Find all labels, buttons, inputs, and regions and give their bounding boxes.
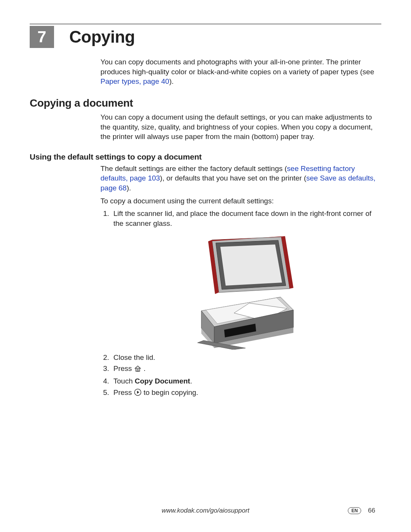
svg-marker-18 bbox=[137, 391, 139, 394]
step-1-text: Lift the scanner lid, and place the docu… bbox=[113, 209, 371, 227]
footer-right: EN 66 bbox=[348, 507, 375, 514]
heading-default-settings: Using the default settings to copy a doc… bbox=[30, 152, 381, 161]
svg-rect-15 bbox=[136, 368, 140, 371]
step-1: Lift the scanner lid, and place the docu… bbox=[111, 209, 378, 349]
step-4-bold: Copy Document bbox=[135, 377, 190, 385]
step-5-text-a: Press bbox=[113, 388, 134, 396]
step-3: Press . bbox=[111, 364, 378, 375]
play-circle-icon bbox=[134, 388, 142, 399]
intro-text-a: You can copy documents and photographs w… bbox=[100, 58, 374, 76]
chapter-header: 7 Copying bbox=[30, 26, 381, 48]
s2p1-b: ), or defaults that you have set on the … bbox=[160, 174, 306, 182]
step-5: Press to begin copying. bbox=[111, 388, 378, 399]
step-4-text-b: . bbox=[190, 377, 192, 385]
steps-list: Lift the scanner lid, and place the docu… bbox=[100, 209, 378, 398]
step-4-text-a: Touch bbox=[113, 377, 135, 385]
step-4: Touch Copy Document. bbox=[111, 376, 378, 386]
chapter-number: 7 bbox=[37, 28, 46, 46]
step-3-text-a: Press bbox=[113, 364, 134, 372]
chapter-title: Copying bbox=[69, 27, 135, 46]
s2p1-c: ). bbox=[127, 184, 131, 192]
language-badge: EN bbox=[348, 507, 361, 514]
link-paper-types[interactable]: Paper types, page 40 bbox=[100, 77, 169, 85]
step-5-text-b: to begin copying. bbox=[143, 388, 198, 396]
section1-paragraph: You can copy a document using the defaul… bbox=[100, 112, 378, 142]
chapter-number-badge: 7 bbox=[30, 26, 54, 48]
page-number: 66 bbox=[368, 507, 375, 514]
step-3-text-b: . bbox=[143, 364, 145, 372]
section2-paragraph1: The default settings are either the fact… bbox=[100, 164, 378, 193]
printer-illustration bbox=[192, 235, 299, 350]
s2p1-a: The default settings are either the fact… bbox=[100, 165, 287, 173]
step-2: Close the lid. bbox=[111, 353, 378, 363]
intro-text-b: ). bbox=[169, 77, 174, 85]
svg-marker-2 bbox=[220, 244, 282, 286]
heading-copying-a-document: Copying a document bbox=[30, 97, 381, 109]
home-icon bbox=[134, 365, 142, 375]
intro-paragraph: You can copy documents and photographs w… bbox=[100, 57, 378, 86]
section2-paragraph2: To copy a document using the current def… bbox=[100, 196, 378, 206]
top-rule bbox=[30, 24, 381, 24]
step-2-text: Close the lid. bbox=[113, 353, 155, 361]
